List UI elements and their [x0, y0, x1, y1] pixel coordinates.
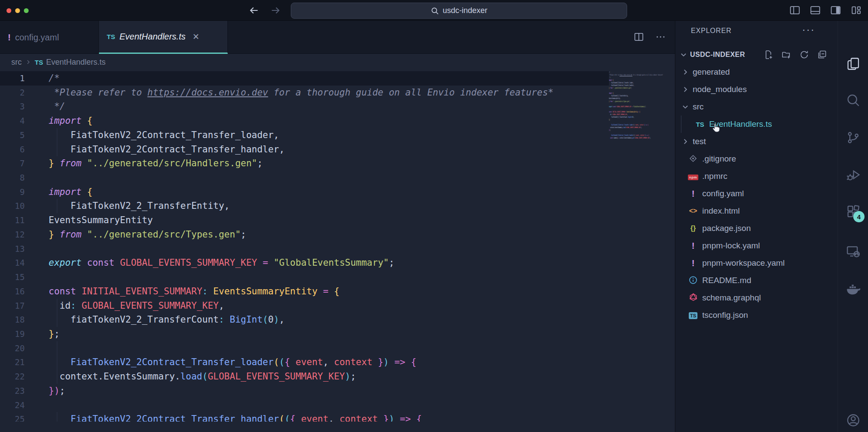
tree-item-readme-md[interactable]: README.md: [675, 272, 838, 289]
code-line-6[interactable]: 6 FiatTokenV2_2Contract_Transfer_handler…: [0, 142, 609, 157]
tree-item--gitignore[interactable]: .gitignore: [675, 150, 838, 168]
line-number: 5: [0, 128, 25, 142]
tree-item-tsconfig-json[interactable]: TStsconfig.json: [675, 307, 838, 324]
split-editor-icon[interactable]: [633, 31, 644, 43]
tree-item-label: generated: [693, 67, 730, 77]
tree-item-index-html[interactable]: <>index.html: [675, 202, 838, 220]
explorer-more-actions-icon[interactable]: ···: [802, 23, 815, 36]
tree-item-label: pnpm-workspace.yaml: [702, 258, 785, 268]
line-number: 11: [0, 213, 25, 228]
line-number: 17: [0, 299, 25, 313]
refresh-icon[interactable]: [799, 49, 809, 60]
indent-guide: [57, 313, 57, 327]
activity-search-icon[interactable]: [846, 93, 861, 108]
code-line-8[interactable]: 8: [0, 171, 609, 185]
code-line-9[interactable]: 9import {: [0, 185, 609, 199]
breadcrumb-item[interactable]: TSEventHandlers.ts: [35, 58, 105, 67]
code-line-12[interactable]: 12} from "../generated/src/Types.gen";: [0, 228, 609, 242]
code-line-1[interactable]: 1/*: [0, 71, 609, 86]
code-line-5[interactable]: 5 FiatTokenV2_2Contract_Transfer_loader,: [0, 128, 609, 142]
minimize-window-button[interactable]: [15, 8, 20, 13]
tab-eventhandlers-ts[interactable]: TSEventHandlers.ts✕: [99, 21, 228, 54]
code-line-19[interactable]: 19};: [0, 327, 609, 341]
ts-file-icon: TS: [694, 121, 706, 128]
tree-item-label: src: [693, 102, 704, 112]
tree-item--npmrc[interactable]: npm.npmrc: [675, 168, 838, 185]
tree-item-config-yaml[interactable]: !config.yaml: [675, 185, 838, 202]
layout-customize-icon[interactable]: [850, 4, 862, 16]
code-line-17[interactable]: 17 id: GLOBAL_EVENTS_SUMMARY_KEY,: [0, 299, 609, 313]
tree-item-schema-graphql[interactable]: schema.graphql: [675, 289, 838, 307]
tab-bar: !config.yamlTSEventHandlers.ts✕: [0, 21, 675, 54]
tree-item-eventhandlers-ts[interactable]: TSEventHandlers.ts: [675, 115, 838, 133]
code-line-4[interactable]: 4import {: [0, 114, 609, 128]
tree-item-test[interactable]: test: [675, 133, 838, 150]
code-line-2[interactable]: 2 *Please refer to https://docs.envio.de…: [0, 86, 609, 100]
info-file-icon: [687, 276, 699, 286]
tree-item-src[interactable]: src: [675, 98, 838, 115]
code-editor[interactable]: 1/*2 *Please refer to https://docs.envio…: [0, 70, 675, 422]
code-line-7[interactable]: 7} from "../generated/src/Handlers.gen";: [0, 156, 609, 171]
panel-bottom-icon[interactable]: [809, 4, 821, 16]
new-folder-icon[interactable]: [781, 49, 792, 60]
ts-box-file-icon: TS: [687, 311, 699, 319]
code-line-14[interactable]: 14export const GLOBAL_EVENTS_SUMMARY_KEY…: [0, 256, 609, 270]
close-window-button[interactable]: [7, 8, 11, 13]
close-tab-icon[interactable]: ✕: [192, 32, 199, 42]
tree-item-pnpm-workspace-yaml[interactable]: !pnpm-workspace.yaml: [675, 254, 838, 272]
more-actions-icon[interactable]: [655, 31, 666, 43]
activity-remote-explorer-icon[interactable]: [846, 244, 861, 259]
code-line-20[interactable]: 20: [0, 341, 609, 356]
line-number: 3: [0, 99, 25, 114]
line-number: 16: [0, 284, 25, 299]
forward-arrow-icon[interactable]: [270, 5, 281, 16]
breadcrumb-item[interactable]: src: [11, 58, 22, 67]
code-line-15[interactable]: 15: [0, 270, 609, 284]
breadcrumb: srcTSEventHandlers.ts: [0, 54, 675, 70]
code-line-11[interactable]: 11EventsSummaryEntity: [0, 213, 609, 228]
graphql-file-icon: [687, 293, 699, 303]
tree-item-generated[interactable]: generated: [675, 63, 838, 81]
activity-source-control-icon[interactable]: [846, 130, 861, 145]
line-number: 23: [0, 384, 25, 398]
code-line-18[interactable]: 18 fiatTokenV2_2_TransferCount: BigInt(0…: [0, 313, 609, 327]
activity-extensions-icon[interactable]: 4: [846, 204, 861, 219]
panel-left-icon[interactable]: [789, 4, 801, 16]
activity-files-icon[interactable]: [846, 56, 861, 71]
code-line-16[interactable]: 16const INITIAL_EVENTS_SUMMARY: EventsSu…: [0, 284, 609, 299]
zoom-window-button[interactable]: [24, 8, 29, 13]
line-number: 9: [0, 185, 25, 199]
tab-config-yaml[interactable]: !config.yaml: [0, 21, 99, 54]
tree-item-node-modules[interactable]: node_modules: [675, 81, 838, 98]
code-line-23[interactable]: 23});: [0, 384, 609, 398]
activity-bar: 4: [838, 21, 868, 432]
activity-docker-icon[interactable]: [846, 282, 861, 297]
code-line-24[interactable]: 24: [0, 398, 609, 412]
panel-right-active-icon[interactable]: [830, 4, 842, 16]
explorer-sidebar: EXPLORER ··· USDC-INDEXER generatednode_…: [675, 21, 838, 432]
minimap-line: const summary = context.EventsSummary.ge…: [609, 137, 664, 139]
breadcrumb-separator-icon: [25, 59, 31, 65]
html-file-icon: <>: [687, 207, 699, 215]
tree-item-label: README.md: [702, 276, 751, 285]
tree-item-package-json[interactable]: {}package.json: [675, 220, 838, 237]
back-arrow-icon[interactable]: [248, 5, 260, 16]
activity-run-debug-icon[interactable]: [846, 168, 861, 182]
line-number: 13: [0, 242, 25, 256]
command-center-search[interactable]: usdc-indexer: [291, 3, 627, 19]
code-line-22[interactable]: 22 context.EventsSummary.load(GLOBAL_EVE…: [0, 369, 609, 384]
minimap[interactable]: /* *Please refer to https://docs.envio.d…: [609, 71, 664, 147]
indent-guide: [57, 412, 57, 422]
new-file-icon[interactable]: [763, 49, 774, 60]
chevron-right-icon: [681, 138, 689, 145]
tree-item-pnpm-lock-yaml[interactable]: !pnpm-lock.yaml: [675, 237, 838, 254]
code-line-21[interactable]: 21 FiatTokenV2_2Contract_Transfer_loader…: [0, 355, 609, 369]
code-line-13[interactable]: 13: [0, 242, 609, 256]
workspace-section-header[interactable]: USDC-INDEXER: [675, 46, 838, 63]
collapse-all-icon[interactable]: [817, 49, 827, 60]
code-line-10[interactable]: 10 FiatTokenV2_2_TransferEntity,: [0, 199, 609, 213]
code-line-3[interactable]: 3 */: [0, 99, 609, 114]
code-line-25[interactable]: 25 FiatTokenV2_2Contract_Transfer_handle…: [0, 412, 609, 422]
chevron-right-icon: [681, 68, 689, 76]
activity-account-icon[interactable]: [846, 413, 861, 428]
